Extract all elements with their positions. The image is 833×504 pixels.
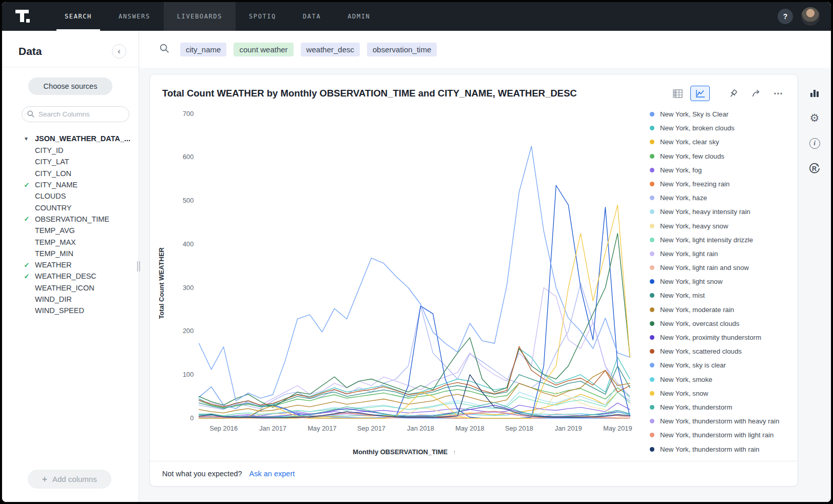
chart-plot[interactable]: 0100200300400500600700Sep 2016Jan 2017Ma… bbox=[167, 105, 642, 442]
column-item-weather[interactable]: ✓WEATHER bbox=[2, 259, 139, 270]
legend-dot bbox=[650, 112, 654, 117]
legend-item[interactable]: New York, thunderstorm with light rain bbox=[650, 431, 792, 439]
chart-view-button[interactable] bbox=[690, 86, 710, 101]
top-nav-bar: SEARCHANSWERSLIVEBOARDSSPOTIQDATAADMIN ? bbox=[2, 2, 831, 31]
sort-ascending-icon[interactable]: ↑ bbox=[453, 448, 456, 456]
column-item-city_id[interactable]: CITY_ID bbox=[2, 145, 139, 156]
nav-item-data[interactable]: DATA bbox=[289, 2, 334, 31]
column-item-wind_dir[interactable]: WIND_DIR bbox=[2, 294, 139, 305]
legend-item[interactable]: New York, smoke bbox=[650, 376, 792, 383]
legend-label: New York, few clouds bbox=[660, 152, 724, 160]
svg-text:R: R bbox=[812, 165, 817, 172]
details-button[interactable]: i bbox=[806, 134, 823, 152]
legend-item[interactable]: New York, clear sky bbox=[650, 138, 792, 146]
column-item-temp_max[interactable]: TEMP_MAX bbox=[2, 236, 139, 247]
choose-sources-button[interactable]: Choose sources bbox=[28, 77, 113, 95]
legend-item[interactable]: New York, moderate rain bbox=[650, 306, 792, 314]
legend-label: New York, light intensity drizzle bbox=[660, 236, 753, 244]
sidebar-resize-handle[interactable] bbox=[137, 261, 141, 272]
chart-series[interactable] bbox=[199, 234, 630, 408]
x-axis-label: Monthly OBSERVATION_TIME bbox=[353, 448, 448, 456]
column-name: WEATHER_DESC bbox=[35, 272, 96, 280]
table-node[interactable]: ▾ JSON_WEATHER_DATA_... bbox=[2, 132, 139, 145]
column-item-temp_min[interactable]: TEMP_MIN bbox=[2, 248, 139, 259]
chart-series[interactable] bbox=[199, 185, 630, 418]
column-item-city_lat[interactable]: CITY_LAT bbox=[2, 156, 139, 167]
search-token[interactable]: count weather bbox=[234, 43, 293, 56]
legend-item[interactable]: New York, few clouds bbox=[650, 152, 792, 160]
legend-item[interactable]: New York, thunderstorm with heavy rain bbox=[650, 417, 792, 425]
search-token[interactable]: city_name bbox=[180, 43, 226, 56]
column-item-city_name[interactable]: ✓CITY_NAME bbox=[2, 179, 139, 190]
legend-label: New York, thunderstorm with rain bbox=[660, 445, 760, 453]
plus-icon: + bbox=[42, 475, 47, 483]
legend-item[interactable]: New York, heavy intensity rain bbox=[650, 208, 792, 216]
legend-item[interactable]: New York, sky is clear bbox=[650, 361, 792, 369]
pin-button[interactable] bbox=[723, 86, 743, 101]
legend-item[interactable]: New York, light rain and snow bbox=[650, 264, 792, 272]
chart-series[interactable] bbox=[199, 205, 630, 418]
nav-item-search[interactable]: SEARCH bbox=[51, 2, 105, 31]
chart-series[interactable] bbox=[199, 346, 630, 407]
help-button[interactable]: ? bbox=[778, 9, 793, 24]
logo-glyph bbox=[14, 8, 32, 25]
nav-item-answers[interactable]: ANSWERS bbox=[105, 2, 164, 31]
line-chart[interactable]: 0100200300400500600700Sep 2016Jan 2017Ma… bbox=[167, 105, 642, 442]
nav-item-admin[interactable]: ADMIN bbox=[334, 2, 383, 31]
search-token[interactable]: observation_time bbox=[367, 43, 437, 56]
nav-item-spotiq[interactable]: SPOTIQ bbox=[236, 2, 289, 31]
search-query-bar[interactable]: city_namecount weatherweather_descobserv… bbox=[139, 31, 831, 68]
search-columns-input[interactable] bbox=[22, 106, 129, 122]
legend-item[interactable]: New York, freezing rain bbox=[650, 180, 792, 188]
legend-label: New York, clear sky bbox=[660, 138, 719, 146]
column-item-temp_avg[interactable]: TEMP_AVG bbox=[2, 225, 139, 236]
column-item-country[interactable]: COUNTRY bbox=[2, 202, 139, 213]
svg-text:Jan 2017: Jan 2017 bbox=[259, 424, 286, 432]
legend-item[interactable]: New York, snow bbox=[650, 390, 792, 397]
query-tokens: city_namecount weatherweather_descobserv… bbox=[180, 43, 437, 56]
legend-dot bbox=[650, 447, 654, 452]
nav-item-liveboards[interactable]: LIVEBOARDS bbox=[164, 2, 236, 31]
settings-button[interactable]: ⚙ bbox=[806, 109, 823, 127]
add-columns-button[interactable]: + Add columns bbox=[28, 470, 111, 489]
legend-item[interactable]: New York, scattered clouds bbox=[650, 347, 792, 355]
answer-header: Total Count WEATHER by Monthly OBSERVATI… bbox=[150, 74, 798, 102]
column-name: TEMP_MAX bbox=[35, 238, 76, 246]
legend-item[interactable]: New York, overcast clouds bbox=[650, 320, 792, 327]
legend-dot bbox=[650, 335, 654, 340]
column-item-observation_time[interactable]: ✓OBSERVATION_TIME bbox=[2, 214, 139, 225]
column-item-city_lon[interactable]: CITY_LON bbox=[2, 168, 139, 179]
collapse-sidebar-button[interactable]: ‹ bbox=[112, 44, 126, 59]
legend-item[interactable]: New York, Sky is Clear bbox=[650, 110, 792, 118]
legend-item[interactable]: New York, mist bbox=[650, 292, 792, 299]
legend-item[interactable]: New York, fog bbox=[650, 166, 792, 174]
chart-series[interactable] bbox=[199, 146, 630, 401]
legend-item[interactable]: New York, light snow bbox=[650, 278, 792, 285]
legend-item[interactable]: New York, light intensity drizzle bbox=[650, 236, 792, 244]
legend-item[interactable]: New York, thunderstorm bbox=[650, 403, 792, 411]
thoughtspot-logo-icon[interactable] bbox=[14, 7, 33, 26]
column-item-weather_desc[interactable]: ✓WEATHER_DESC bbox=[2, 270, 139, 282]
r-analysis-button[interactable]: R bbox=[806, 160, 823, 177]
more-options-button[interactable]: ⋯ bbox=[770, 88, 786, 99]
legend-item[interactable]: New York, heavy snow bbox=[650, 222, 792, 230]
ask-an-expert-link[interactable]: Ask an expert bbox=[249, 470, 295, 478]
column-item-wind_speed[interactable]: WIND_SPEED bbox=[2, 305, 139, 316]
column-item-weather_icon[interactable]: WEATHER_ICON bbox=[2, 282, 139, 294]
legend-item[interactable]: New York, broken clouds bbox=[650, 124, 792, 132]
share-button[interactable] bbox=[747, 86, 766, 101]
search-token[interactable]: weather_desc bbox=[301, 43, 360, 56]
legend-item[interactable]: New York, haze bbox=[650, 194, 792, 202]
pin-icon bbox=[728, 89, 738, 99]
legend-dot bbox=[650, 419, 654, 423]
legend-item[interactable]: New York, thunderstorm with rain bbox=[650, 445, 792, 453]
legend-item[interactable]: New York, light rain bbox=[650, 250, 792, 258]
right-icon-rail: ⚙ i R bbox=[801, 74, 828, 487]
table-view-button[interactable] bbox=[668, 86, 687, 101]
column-item-clouds[interactable]: CLOUDS bbox=[2, 190, 139, 202]
change-visualization-button[interactable] bbox=[806, 84, 823, 102]
legend-item[interactable]: New York, proximity thunderstorm bbox=[650, 334, 792, 341]
answer-card: Total Count WEATHER by Monthly OBSERVATI… bbox=[149, 74, 798, 487]
user-avatar[interactable] bbox=[801, 7, 820, 26]
svg-text:300: 300 bbox=[183, 284, 193, 292]
